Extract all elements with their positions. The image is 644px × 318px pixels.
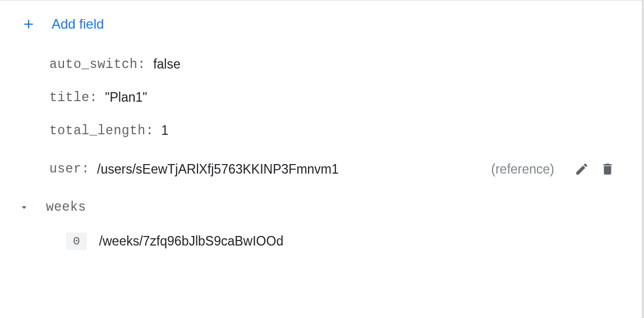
field-value: /users/sEewTjARlXfj5763KKINP3Fmnvm1 <box>97 162 339 177</box>
chevron-down-icon[interactable] <box>18 201 30 213</box>
array-item-value: /weeks/7zfq96bJlbS9caBwIOOd <box>99 234 284 249</box>
document-fields-panel: Add field auto_switch: false title: "Pla… <box>0 0 644 318</box>
field-weeks[interactable]: weeks <box>18 191 619 224</box>
plus-icon <box>21 17 36 31</box>
field-value: false <box>153 57 181 72</box>
field-auto-switch[interactable]: auto_switch: false <box>49 48 619 81</box>
field-colon: : <box>137 57 145 72</box>
pencil-icon <box>574 162 589 176</box>
array-index-badge: 0 <box>66 233 87 250</box>
add-field-label: Add field <box>52 16 104 32</box>
field-type-label: (reference) <box>491 162 554 177</box>
field-value: 1 <box>161 123 168 138</box>
field-key: auto_switch <box>49 57 137 72</box>
field-title[interactable]: title: "Plan1" <box>49 81 619 114</box>
field-actions: (reference) <box>491 156 619 182</box>
field-key: total_length <box>49 124 146 138</box>
edit-button[interactable] <box>570 157 594 181</box>
add-field-button[interactable]: Add field <box>0 1 642 48</box>
field-colon: : <box>90 90 98 105</box>
field-colon: : <box>146 124 154 138</box>
field-key: user <box>49 162 81 176</box>
field-colon: : <box>81 162 89 176</box>
field-total-length[interactable]: total_length: 1 <box>49 114 619 147</box>
field-user[interactable]: user: /users/sEewTjARlXfj5763KKINP3Fmnvm… <box>49 147 619 191</box>
trash-icon <box>600 161 615 178</box>
field-key: weeks <box>46 200 86 215</box>
field-value: "Plan1" <box>105 90 147 105</box>
fields-list: auto_switch: false title: "Plan1" total_… <box>0 48 642 259</box>
array-item-0[interactable]: 0 /weeks/7zfq96bJlbS9caBwIOOd <box>49 224 619 259</box>
delete-button[interactable] <box>596 156 619 182</box>
field-key: title <box>49 90 90 105</box>
